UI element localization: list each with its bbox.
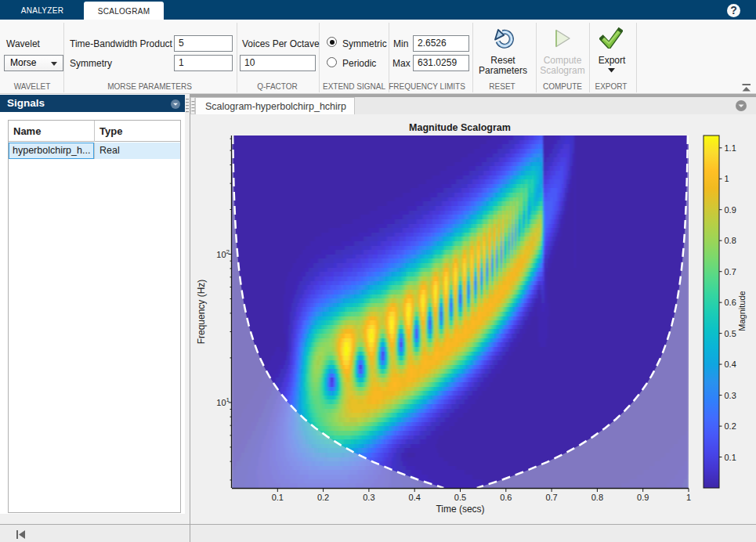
svg-text:0.7: 0.7 (725, 267, 736, 276)
svg-text:0.2: 0.2 (725, 421, 736, 431)
svg-text:0.1: 0.1 (725, 453, 736, 462)
svg-text:0.5: 0.5 (454, 493, 466, 502)
svg-text:0.7: 0.7 (545, 493, 557, 502)
svg-text:0.4: 0.4 (409, 493, 421, 502)
svg-text:1: 1 (725, 174, 729, 183)
svg-text:0.9: 0.9 (725, 205, 736, 215)
svg-text:Magnitude: Magnitude (737, 291, 747, 331)
svg-text:Time (secs): Time (secs) (436, 504, 484, 515)
svg-text:1.1: 1.1 (725, 143, 736, 153)
svg-text:0.6: 0.6 (725, 298, 736, 307)
svg-text:0.3: 0.3 (363, 493, 374, 502)
svg-text:0.8: 0.8 (725, 236, 736, 245)
svg-text:0.2: 0.2 (317, 493, 329, 502)
svg-text:0.5: 0.5 (725, 329, 736, 338)
svg-text:Magnitude Scalogram: Magnitude Scalogram (409, 122, 511, 133)
svg-text:1: 1 (686, 493, 691, 502)
svg-text:0.8: 0.8 (591, 493, 603, 502)
svg-text:Frequency (Hz): Frequency (Hz) (196, 280, 207, 345)
svg-text:0.1: 0.1 (272, 493, 284, 502)
svg-text:0.9: 0.9 (637, 493, 649, 502)
svg-text:0.3: 0.3 (725, 391, 736, 400)
svg-text:0.6: 0.6 (500, 493, 512, 502)
svg-text:0.4: 0.4 (725, 360, 736, 369)
